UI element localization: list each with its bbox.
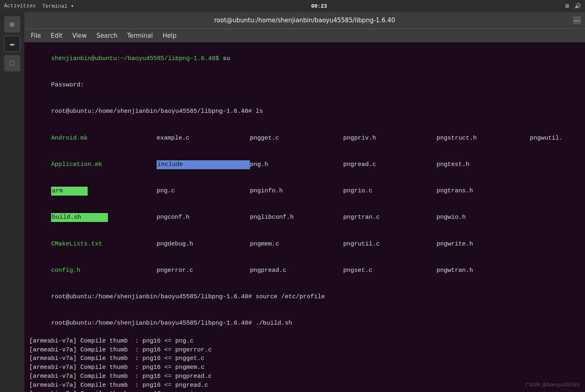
menu-help[interactable]: Help (159, 30, 180, 41)
file-pngconf.h: pngconf.h (157, 213, 250, 222)
file-pngmem.c: pngmem.c (250, 240, 343, 249)
compile-line-6: [armeabi-v7a] Compile thumb : png16 <= p… (29, 381, 580, 390)
compile-line-1: [armeabi-v7a] Compile thumb : png16 <= p… (29, 337, 580, 346)
terminal-content[interactable]: shenjianbin@ubuntu:~/baoyu45585/libpng-1… (24, 42, 585, 392)
menu-file[interactable]: File (28, 30, 44, 41)
terminal-line-build: root@ubuntu:/home/shenjianbin/baoyu45585… (29, 310, 580, 337)
prompt-root-build: root@ubuntu:/home/shenjianbin/baoyu45585… (51, 320, 292, 327)
file-row-4: build.shpngconf.hpnglibconf.hpngrtran.cp… (29, 205, 580, 231)
file-CMakeLists: CMakeLists.txt (51, 240, 157, 249)
taskbar-icon-2[interactable]: □ (4, 55, 20, 71)
file-pngtrans.h: pngtrans.h (437, 187, 473, 194)
terminal-line-source: root@ubuntu:/home/shenjianbin/baoyu45585… (29, 284, 580, 310)
file-pngpread.c: pngpread.c (250, 266, 343, 275)
system-bar-right: 🖥 🔊 (564, 3, 581, 9)
file-example.c: example.c (157, 134, 250, 143)
file-pngwrite.h: pngwrite.h (437, 241, 473, 248)
file-pnginfo.h: pnginfo.h (250, 187, 343, 196)
file-row-2: Application.mkincludepng.hpngread.cpngte… (29, 151, 580, 178)
file-pngerror.c: pngerror.c (157, 266, 250, 275)
file-pngrutil.c: pngrutil.c (343, 240, 437, 249)
terminal-label[interactable]: Terminal ▾ (42, 3, 74, 9)
file-arm: arm (51, 187, 88, 196)
file-pngrtran.c: pngrtran.c (343, 213, 437, 222)
prompt-root-source: root@ubuntu:/home/shenjianbin/baoyu45585… (51, 293, 325, 300)
file-png.c: png.c (157, 187, 250, 196)
terminal-window: root@ubuntu:/home/shenjianbin/baoyu45585… (24, 12, 585, 392)
terminal-line-1: shenjianbin@ubuntu:~/baoyu45585/libpng-1… (29, 45, 580, 72)
file-pngread.c: pngread.c (343, 160, 437, 169)
monitor-icon: 🖥 (564, 3, 570, 9)
file-row-3: armpng.cpnginfo.hpngrio.cpngtrans.h (29, 178, 580, 204)
prompt-user-1: shenjianbin@ubuntu:~/baoyu45585/libpng-1… (51, 55, 219, 62)
compile-line-2: [armeabi-v7a] Compile thumb : png16 <= p… (29, 346, 580, 355)
compile-line-5: [armeabi-v7a] Compile thumb : png16 <= p… (29, 372, 580, 381)
file-pngdebug.h: pngdebug.h (157, 240, 250, 249)
title-bar: root@ubuntu:/home/shenjianbin/baoyu45585… (24, 12, 585, 28)
terminal-line-2: Password: (29, 72, 580, 98)
file-pngwtran.h: pngwtran.h (437, 267, 473, 274)
compile-line-3: [armeabi-v7a] Compile thumb : png16 <= p… (29, 354, 580, 363)
file-png.h: png.h (250, 160, 343, 169)
volume-icon: 🔊 (574, 3, 581, 9)
activities-label[interactable]: Activities (4, 3, 36, 9)
file-pngset.c: pngset.c (343, 266, 437, 275)
watermark: CSDN @baoyu45585 (525, 381, 580, 389)
file-pngrio.c: pngrio.c (343, 187, 437, 196)
file-pngtest.h: pngtest.h (437, 160, 530, 169)
left-taskbar: ⊞ ▬ □ (0, 12, 24, 392)
menu-bar: File Edit View Search Terminal Help (24, 28, 585, 42)
file-row-6: config.hpngerror.cpngpread.cpngset.cpngw… (29, 257, 580, 284)
menu-view[interactable]: View (69, 30, 90, 41)
password-label: Password: (51, 82, 84, 88)
file-include: include (157, 160, 250, 169)
taskbar-icon-terminal[interactable]: ▬ (4, 36, 20, 52)
close-button[interactable]: — (573, 16, 581, 24)
file-pngget.c: pngget.c (250, 134, 343, 143)
file-Application.mk: Application.mk (51, 160, 157, 169)
taskbar-icon-1[interactable]: ⊞ (4, 16, 20, 32)
terminal-line-3: root@ubuntu:/home/shenjianbin/baoyu45585… (29, 99, 580, 125)
file-pngpriv.h: pngpriv.h (343, 134, 437, 143)
system-bar-left: Activities Terminal ▾ (4, 3, 74, 9)
file-row-5: CMakeLists.txtpngdebug.hpngmem.cpngrutil… (29, 231, 580, 257)
file-Android.mk: Android.mk (51, 134, 157, 143)
file-pngwutil: pngwutil. (530, 135, 563, 142)
system-bar-time: 00:23 (311, 3, 327, 9)
cmd-su: su (219, 55, 230, 62)
file-pngwio.h: pngwio.h (437, 214, 466, 221)
system-bar: Activities Terminal ▾ 00:23 🖥 🔊 (0, 0, 585, 12)
title-bar-title: root@ubuntu:/home/shenjianbin/baoyu45585… (214, 17, 395, 24)
menu-terminal[interactable]: Terminal (124, 30, 156, 41)
file-build.sh: build.sh (51, 213, 108, 222)
prompt-root-1: root@ubuntu:/home/shenjianbin/baoyu45585… (51, 108, 263, 115)
file-row-1: Android.mkexample.cpngget.cpngpriv.hpngs… (29, 125, 580, 151)
compile-line-4: [armeabi-v7a] Compile thumb : png16 <= p… (29, 363, 580, 372)
file-config.h: config.h (51, 266, 157, 275)
menu-search[interactable]: Search (93, 30, 121, 41)
file-pnglibconf.h: pnglibconf.h (250, 213, 343, 222)
file-pngstruct.h: pngstruct.h (437, 134, 530, 143)
compile-line-7: [armeabi-v7a] Compile thumb : png16 <= p… (29, 390, 580, 392)
menu-edit[interactable]: Edit (47, 30, 66, 41)
